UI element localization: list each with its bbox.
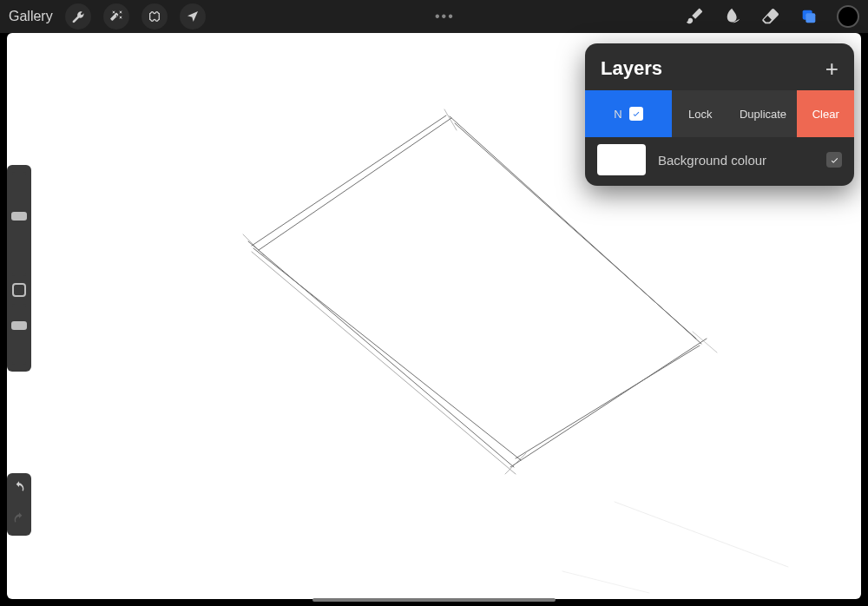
slider-mid-button[interactable] bbox=[12, 283, 26, 297]
svg-line-2 bbox=[252, 115, 446, 246]
add-layer-button[interactable]: + bbox=[825, 57, 838, 80]
modify-icon[interactable]: ••• bbox=[435, 9, 455, 24]
home-indicator bbox=[312, 598, 556, 602]
select-icon[interactable] bbox=[141, 3, 168, 30]
layer-action-row: N Lock Duplicate Clear bbox=[585, 90, 854, 137]
left-sidebar bbox=[7, 165, 31, 372]
svg-line-6 bbox=[510, 339, 707, 467]
eraser-icon[interactable] bbox=[760, 6, 781, 27]
brush-size-slider[interactable] bbox=[12, 172, 26, 276]
svg-line-13 bbox=[693, 332, 717, 352]
svg-line-3 bbox=[259, 118, 451, 250]
color-swatch[interactable] bbox=[837, 5, 859, 28]
lock-layer-button[interactable]: Lock bbox=[672, 90, 729, 137]
background-visible-checkbox[interactable] bbox=[826, 152, 842, 168]
top-toolbar: Gallery ••• bbox=[0, 0, 868, 33]
layer-visible-checkbox[interactable] bbox=[629, 107, 643, 121]
layers-header: Layers + bbox=[585, 43, 854, 90]
svg-rect-1 bbox=[806, 13, 815, 23]
gallery-link[interactable]: Gallery bbox=[9, 9, 53, 24]
svg-line-12 bbox=[505, 453, 526, 474]
brush-icon[interactable] bbox=[684, 6, 705, 27]
redo-icon[interactable] bbox=[12, 511, 26, 529]
svg-line-16 bbox=[562, 571, 649, 593]
undo-icon[interactable] bbox=[12, 480, 26, 497]
clear-layer-button[interactable]: Clear bbox=[797, 90, 854, 137]
svg-line-11 bbox=[243, 234, 264, 255]
svg-line-10 bbox=[444, 109, 457, 130]
arrow-icon[interactable] bbox=[180, 3, 206, 30]
svg-line-14 bbox=[252, 252, 516, 474]
svg-line-7 bbox=[516, 346, 700, 458]
smudge-icon[interactable] bbox=[722, 6, 743, 27]
blend-mode-label: N bbox=[614, 108, 621, 121]
wand-icon[interactable] bbox=[103, 3, 129, 30]
background-layer-row[interactable]: Background colour bbox=[585, 137, 854, 186]
toolbar-right-group bbox=[684, 5, 859, 28]
duplicate-layer-button[interactable]: Duplicate bbox=[729, 90, 798, 137]
svg-line-5 bbox=[253, 248, 521, 460]
brush-size-thumb[interactable] bbox=[11, 212, 27, 221]
opacity-slider[interactable] bbox=[12, 304, 26, 365]
svg-line-15 bbox=[615, 502, 788, 567]
toolbar-left-group: Gallery bbox=[9, 3, 206, 30]
wrench-icon[interactable] bbox=[65, 3, 91, 30]
toolbar-center: ••• bbox=[206, 9, 684, 24]
svg-line-4 bbox=[248, 241, 514, 467]
undo-redo-group bbox=[7, 473, 31, 536]
background-thumbnail bbox=[597, 144, 646, 175]
layers-panel: Layers + N Lock Duplicate Clear Backgrou… bbox=[585, 43, 854, 186]
opacity-thumb[interactable] bbox=[11, 321, 27, 330]
background-label: Background colour bbox=[658, 153, 814, 168]
layers-icon[interactable] bbox=[799, 6, 819, 27]
layers-title: Layers bbox=[601, 57, 662, 80]
selected-layer-cell[interactable]: N bbox=[585, 90, 672, 137]
